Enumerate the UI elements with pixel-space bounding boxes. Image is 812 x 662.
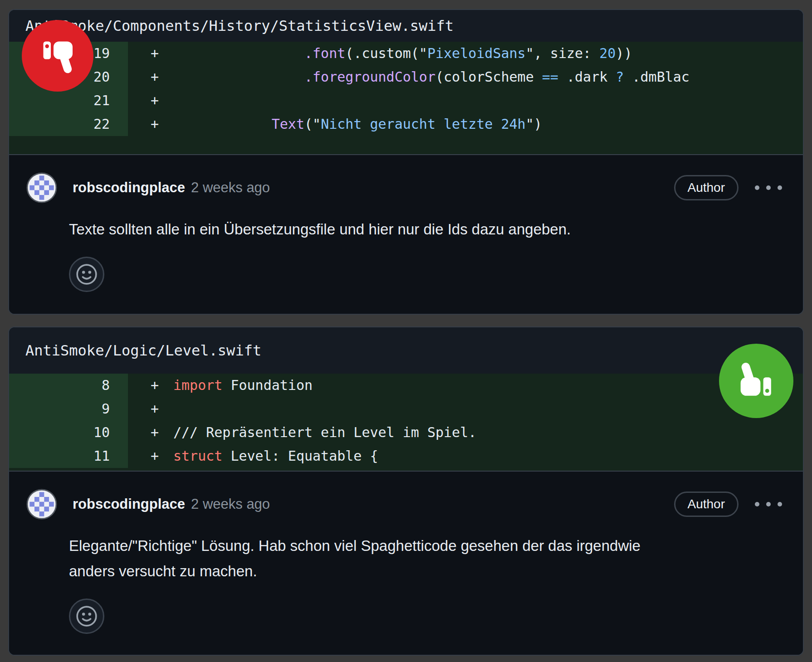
diff-line-number: 22: [9, 112, 128, 136]
diff-line-number: 11: [9, 444, 128, 468]
thumbs-up-icon: [734, 358, 779, 404]
review-thread-list: AntiSmoke/Components/History/StatisticsV…: [0, 0, 812, 656]
comment-section: robscodingplace 2 weeks ago Author Texte…: [9, 155, 803, 314]
diff-line-number: 9: [9, 397, 128, 421]
comment-author-username[interactable]: robscodingplace: [73, 496, 185, 512]
diff-line: 19+ .font(.custom("PixeloidSans", size: …: [9, 42, 803, 65]
diff-line-number: 10: [9, 421, 128, 444]
comment-header: robscodingplace 2 weeks ago Author: [26, 489, 785, 520]
comment-timestamp: 2 weeks ago: [191, 496, 270, 512]
diff-line: 8+import Foundation: [9, 374, 803, 397]
diff-line: 20+ .foregroundColor(colorScheme == .dar…: [9, 65, 803, 89]
diff-code-line: +struct Level: Equatable {: [128, 444, 803, 468]
diff-code-line: + Text("Nicht geraucht letzte 24h"): [128, 112, 803, 136]
file-header: AntiSmoke/Logic/Level.swift: [9, 327, 803, 374]
comment-timestamp: 2 weeks ago: [191, 180, 270, 196]
diff-code-line: + .font(.custom("PixeloidSans", size: 20…: [128, 42, 803, 65]
comment-body-text: Texte sollten alle in ein Übersetzungsfi…: [69, 217, 672, 242]
diff-line: 9+: [9, 397, 803, 421]
add-reaction-button[interactable]: [69, 257, 104, 292]
page: { "colors": { "page_background": "#3a3a3…: [0, 0, 812, 662]
comment-section: robscodingplace 2 weeks ago Author Elega…: [9, 472, 803, 655]
diff-line: 11+struct Level: Equatable {: [9, 444, 803, 468]
file-path-link[interactable]: AntiSmoke/Logic/Level.swift: [25, 342, 261, 359]
file-header: AntiSmoke/Components/History/StatisticsV…: [9, 10, 803, 42]
author-badge: Author: [674, 492, 739, 517]
diff-line: 10+/// Repräsentiert ein Level im Spiel.: [9, 421, 803, 444]
diff-code-line: +: [128, 89, 803, 112]
comment-body-text: Elegante/"Richtige" Lösung. Hab schon vi…: [69, 533, 672, 584]
diff-block: 8+import Foundation9+10+/// Repräsentier…: [9, 374, 803, 472]
avatar[interactable]: [26, 172, 57, 203]
file-path-link[interactable]: AntiSmoke/Components/History/StatisticsV…: [25, 17, 454, 34]
kebab-horizontal-icon[interactable]: [755, 185, 782, 190]
thumbs-down-icon: [36, 34, 79, 78]
kebab-horizontal-icon[interactable]: [755, 502, 782, 506]
diff-code-line: +import Foundation: [128, 374, 803, 397]
diff-line: 22+ Text("Nicht geraucht letzte 24h"): [9, 112, 803, 136]
diff-code-line: + .foregroundColor(colorScheme == .dark …: [128, 65, 803, 89]
thumbs-up-badge: [719, 344, 793, 418]
comment-author-username[interactable]: robscodingplace: [73, 180, 185, 196]
comment-header: robscodingplace 2 weeks ago Author: [26, 172, 785, 203]
diff-code-line: +/// Repräsentiert ein Level im Spiel.: [128, 421, 803, 444]
diff-block: 19+ .font(.custom("PixeloidSans", size: …: [9, 42, 803, 155]
diff-line-number: 8: [9, 374, 128, 397]
add-reaction-button[interactable]: [69, 599, 104, 634]
smiley-icon: [73, 603, 100, 629]
diff-code-line: +: [128, 397, 803, 421]
review-comment-card-2: AntiSmoke/Logic/Level.swift 8+import Fou…: [8, 326, 804, 656]
author-badge: Author: [674, 175, 739, 200]
diff-line-number: 21: [9, 89, 128, 112]
smiley-icon: [73, 261, 100, 287]
avatar[interactable]: [26, 489, 57, 520]
thumbs-down-badge: [22, 20, 93, 92]
review-comment-card-1: AntiSmoke/Components/History/StatisticsV…: [8, 9, 804, 315]
diff-line: 21+: [9, 89, 803, 112]
